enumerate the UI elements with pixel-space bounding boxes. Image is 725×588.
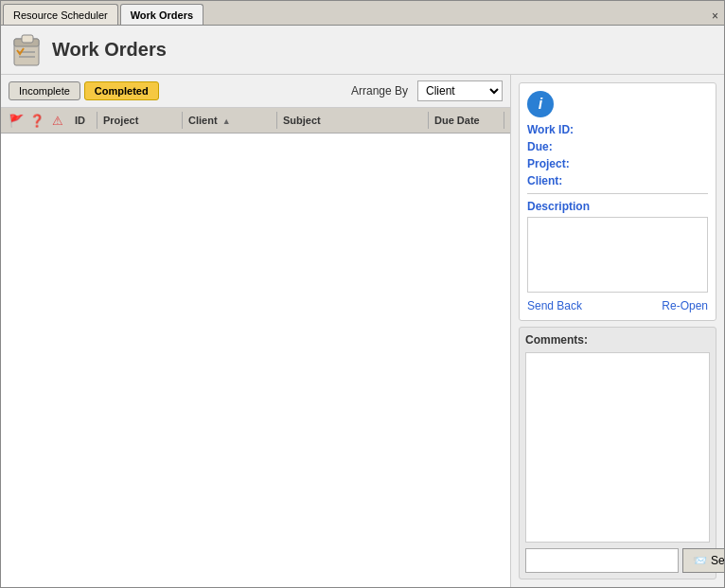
project-label: Project: [527,157,584,170]
main-window: Resource Scheduler Work Orders × Work Or… [0,0,725,588]
work-id-row: Work ID: [527,123,708,136]
client-row: Client: [527,174,708,187]
send-icon: 📨 [693,554,707,567]
left-panel: Incomplete Completed Arrange By Client P… [1,75,511,587]
question-icon: ❓ [29,114,44,128]
tab-resource-scheduler[interactable]: Resource Scheduler [3,4,118,25]
send-back-link[interactable]: Send Back [527,299,582,312]
send-button[interactable]: 📨 Send [682,548,724,573]
flag-icon: 🚩 [9,114,24,128]
col-header-due: Due Date [429,112,504,129]
reopen-link[interactable]: Re-Open [662,299,708,312]
tab-work-orders[interactable]: Work Orders [120,4,203,25]
arrange-by-label: Arrange By [351,84,408,98]
send-row: 📨 Send [525,548,710,573]
table-column-headers: ID Project Client ▲ Subject Due Date [69,112,504,129]
col-header-project: Project [97,112,183,129]
page-title: Work Orders [52,39,167,61]
svg-rect-2 [22,35,33,43]
sort-arrow-icon: ▲ [222,116,231,126]
icon-toolbar: 🚩 ❓ ⚠ ID Project Client [1,108,510,134]
col-header-id: ID [69,112,97,129]
detail-info-section: i Work ID: Due: Project: [519,82,716,321]
info-divider [527,193,708,194]
flag-icon-btn[interactable]: 🚩 [7,111,26,130]
description-label: Description [527,200,708,213]
comments-section: Comments: 📨 Send [519,327,716,579]
due-label: Due: [527,140,584,153]
work-id-label: Work ID: [527,123,584,136]
table-body [1,134,510,587]
col-header-subject: Subject [277,112,429,129]
work-orders-icon [10,33,44,67]
send-input[interactable] [525,548,679,573]
due-row: Due: [527,140,708,153]
close-button[interactable]: × [708,8,722,25]
tab-bar: Resource Scheduler Work Orders × [1,1,724,26]
main-content: Incomplete Completed Arrange By Client P… [1,75,724,587]
action-row: Send Back Re-Open [527,299,708,312]
info-icon-row: i [527,91,708,117]
info-fields: Work ID: Due: Project: Client: [527,123,708,187]
project-row: Project: [527,157,708,170]
description-textarea[interactable] [527,217,708,293]
arrange-by-select[interactable]: Client Project Due Date ID [417,80,503,101]
question-icon-btn[interactable]: ❓ [27,111,46,130]
warning-icon-btn[interactable]: ⚠ [48,111,67,130]
client-label: Client: [527,174,584,187]
info-circle-icon: i [527,91,554,117]
page-header: Work Orders [1,26,724,75]
comments-label: Comments: [525,333,710,347]
filter-toolbar: Incomplete Completed Arrange By Client P… [1,75,510,108]
warning-icon: ⚠ [52,114,63,128]
incomplete-tab[interactable]: Incomplete [9,81,80,100]
right-panel: i Work ID: Due: Project: [511,75,724,587]
col-header-client[interactable]: Client ▲ [183,112,277,129]
completed-tab[interactable]: Completed [84,81,159,100]
comments-textarea[interactable] [525,352,710,543]
